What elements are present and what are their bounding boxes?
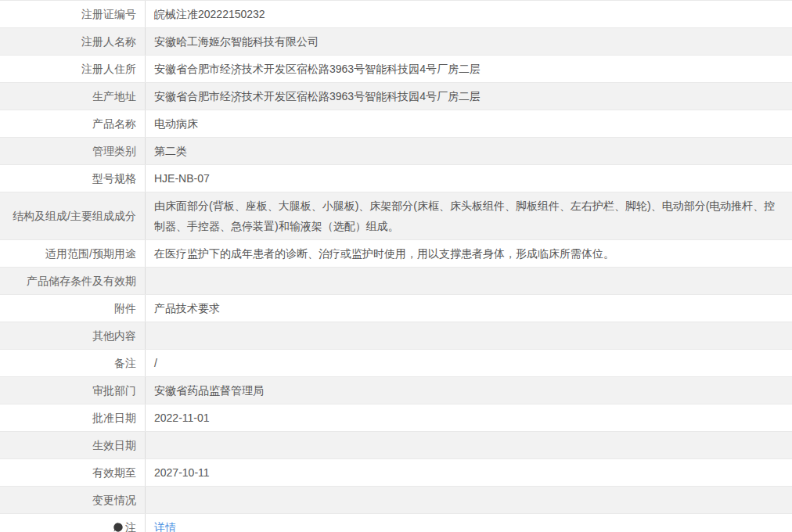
table-row: 附件 产品技术要求 (0, 295, 792, 322)
row-label: 注 (125, 517, 136, 532)
speech-bubble-icon (113, 523, 123, 532)
row-value: 安徽省合肥市经济技术开发区宿松路3963号智能科技园4号厂房二层 (146, 56, 792, 82)
table-row: 产品名称 电动病床 (0, 110, 792, 138)
row-value (146, 268, 792, 294)
row-value: 2022-11-01 (146, 404, 792, 431)
table-row: 审批部门 安徽省药品监督管理局 (0, 377, 792, 404)
row-label: 其他内容 (0, 322, 146, 349)
table-row: 生效日期 (0, 432, 792, 459)
row-value: 在医疗监护下的成年患者的诊断、治疗或监护时使用，用以支撑患者身体，形成临床所需体… (146, 240, 792, 267)
row-value: / (146, 350, 792, 376)
row-value (146, 487, 792, 513)
row-value: 安徽省药品监督管理局 (146, 377, 792, 404)
row-value (146, 432, 792, 458)
row-value: HJE-NB-07 (146, 165, 792, 192)
row-label: 注册证编号 (0, 1, 146, 27)
row-value: 安徽哈工海姬尔智能科技有限公司 (146, 28, 792, 55)
row-label: 管理类别 (0, 138, 146, 164)
row-value: 由床面部分(背板、座板、大腿板、小腿板)、床架部分(床框、床头板组件、脚板组件、… (146, 192, 792, 239)
registration-detail-table: 注册证编号 皖械注准20222150232 注册人名称 安徽哈工海姬尔智能科技有… (0, 0, 792, 532)
table-row: 管理类别 第二类 (0, 138, 792, 165)
table-row: 产品储存条件及有效期 (0, 268, 792, 295)
table-row: 型号规格 HJE-NB-07 (0, 165, 792, 192)
row-value: 安徽省合肥市经济技术开发区宿松路3963号智能科技园4号厂房二层 (146, 83, 792, 110)
row-label: 变更情况 (0, 487, 146, 513)
table-row: 变更情况 (0, 487, 792, 514)
row-label: 结构及组成/主要组成成分 (0, 192, 146, 239)
row-label: 备注 (0, 350, 146, 376)
row-value: 产品技术要求 (146, 295, 792, 322)
row-value: 2027-10-11 (146, 459, 792, 486)
row-label: 审批部门 (0, 377, 146, 404)
row-value: 第二类 (146, 138, 792, 164)
table-row: 有效期至 2027-10-11 (0, 459, 792, 487)
row-value: 皖械注准20222150232 (146, 1, 792, 27)
row-label: 注册人住所 (0, 56, 146, 82)
table-row: 其他内容 (0, 322, 792, 350)
table-row: 结构及组成/主要组成成分 由床面部分(背板、座板、大腿板、小腿板)、床架部分(床… (0, 192, 792, 240)
table-row: 注册人住所 安徽省合肥市经济技术开发区宿松路3963号智能科技园4号厂房二层 (0, 56, 792, 83)
row-label: 生效日期 (0, 432, 146, 458)
table-row: 备注 / (0, 350, 792, 377)
note-row-label: 注 (0, 514, 146, 532)
row-label: 型号规格 (0, 165, 146, 192)
row-label: 生产地址 (0, 83, 146, 110)
row-label: 附件 (0, 295, 146, 322)
row-label: 注册人名称 (0, 28, 146, 55)
details-link[interactable]: 详情 (154, 517, 176, 532)
table-row: 注 详情 (0, 514, 792, 532)
row-label: 有效期至 (0, 459, 146, 486)
table-row: 生产地址 安徽省合肥市经济技术开发区宿松路3963号智能科技园4号厂房二层 (0, 83, 792, 110)
table-row: 注册人名称 安徽哈工海姬尔智能科技有限公司 (0, 28, 792, 56)
table-row: 适用范围/预期用途 在医疗监护下的成年患者的诊断、治疗或监护时使用，用以支撑患者… (0, 240, 792, 268)
row-value: 电动病床 (146, 110, 792, 137)
row-label: 产品储存条件及有效期 (0, 268, 146, 294)
table-row: 批准日期 2022-11-01 (0, 404, 792, 432)
row-label: 适用范围/预期用途 (0, 240, 146, 267)
table-row: 注册证编号 皖械注准20222150232 (0, 1, 792, 28)
row-label: 产品名称 (0, 110, 146, 137)
row-value: 详情 (146, 514, 792, 532)
row-label: 批准日期 (0, 404, 146, 431)
row-value (146, 322, 792, 349)
